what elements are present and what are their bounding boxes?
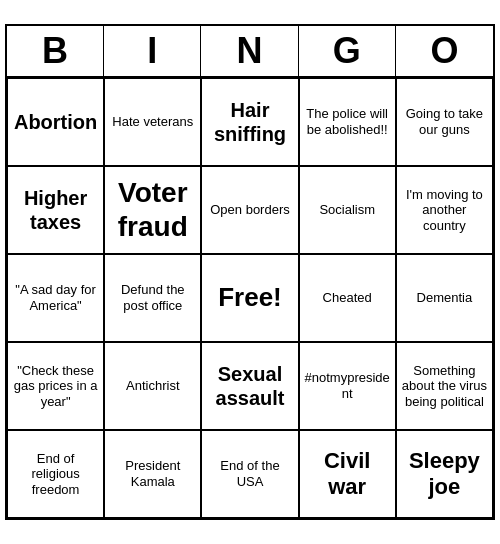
bingo-cell-13: Cheated [299,254,396,342]
bingo-cell-9: I'm moving to another country [396,166,493,254]
bingo-letter-i: I [104,26,201,76]
bingo-cell-16: Antichrist [104,342,201,430]
bingo-cell-17: Sexual assault [201,342,298,430]
bingo-cell-22: End of the USA [201,430,298,518]
bingo-cell-11: Defund the post office [104,254,201,342]
bingo-letter-n: N [201,26,298,76]
bingo-cell-2: Hair sniffing [201,78,298,166]
bingo-cell-5: Higher taxes [7,166,104,254]
bingo-letter-o: O [396,26,493,76]
bingo-cell-23: Civil war [299,430,396,518]
bingo-cell-3: The police will be abolished!! [299,78,396,166]
bingo-cell-19: Something about the virus being politica… [396,342,493,430]
bingo-cell-7: Open borders [201,166,298,254]
bingo-letter-g: G [299,26,396,76]
bingo-cell-24: Sleepy joe [396,430,493,518]
bingo-cell-14: Dementia [396,254,493,342]
bingo-cell-15: "Check these gas prices in a year" [7,342,104,430]
bingo-cell-12: Free! [201,254,298,342]
bingo-grid: AbortionHate veteransHair sniffingThe po… [7,78,493,518]
bingo-cell-6: Voter fraud [104,166,201,254]
bingo-cell-10: "A sad day for America" [7,254,104,342]
bingo-cell-8: Socialism [299,166,396,254]
bingo-cell-20: End of religious freedom [7,430,104,518]
bingo-card: BINGO AbortionHate veteransHair sniffing… [5,24,495,520]
bingo-header: BINGO [7,26,493,78]
bingo-cell-18: #notmypresident [299,342,396,430]
bingo-letter-b: B [7,26,104,76]
bingo-cell-4: Going to take our guns [396,78,493,166]
bingo-cell-0: Abortion [7,78,104,166]
bingo-cell-1: Hate veterans [104,78,201,166]
bingo-cell-21: President Kamala [104,430,201,518]
